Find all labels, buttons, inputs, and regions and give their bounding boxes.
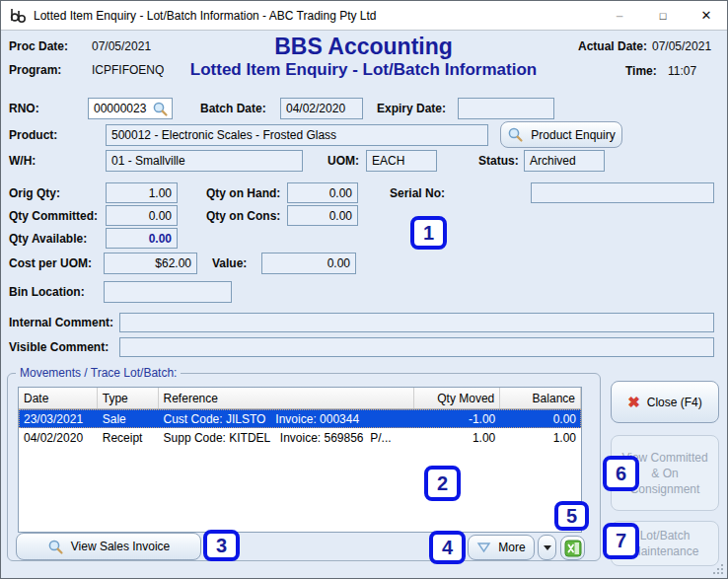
search-icon <box>507 126 524 143</box>
resize-grip[interactable] <box>712 563 724 575</box>
time-value: 11:07 <box>668 64 696 78</box>
internal-comment-label: Internal Comment: <box>9 316 113 329</box>
bin-location-field <box>104 281 232 303</box>
qty-on-cons-label: Qty on Cons: <box>206 209 280 223</box>
qty-on-cons-value: 0.00 <box>329 209 352 223</box>
product-enquiry-button[interactable]: Product Enquiry <box>500 121 622 148</box>
col-header-balance[interactable]: Balance <box>500 388 581 408</box>
status-value: Archived <box>530 154 576 168</box>
maximize-icon[interactable]: □ <box>642 1 684 30</box>
title-bar: Lotted Item Enquiry - Lot/Batch Informat… <box>1 1 727 31</box>
batch-date-field: 04/02/2020 <box>280 98 363 119</box>
actual-date-label: Actual Date: <box>578 39 647 53</box>
cost-per-uom-label: Cost per UOM: <box>9 256 92 270</box>
rno-input[interactable]: 00000023 <box>88 98 173 119</box>
value-field: 0.00 <box>261 253 356 274</box>
row-reference: Supp Code: KITDEL Invoice: 569856 P/... <box>159 428 414 447</box>
row-balance: 0.00 <box>500 409 581 428</box>
excel-icon <box>564 540 582 557</box>
view-sales-invoice-label: View Sales Invoice <box>71 540 171 553</box>
serial-no-field <box>531 182 714 203</box>
app-window: Lotted Item Enquiry - Lot/Batch Informat… <box>0 0 728 579</box>
row-date: 04/02/2020 <box>19 428 98 447</box>
wh-field: 01 - Smallville <box>106 150 303 172</box>
qty-on-hand-label: Qty on Hand: <box>206 186 280 200</box>
visible-comment-field <box>119 337 714 357</box>
wh-value: 01 - Smallville <box>111 154 185 168</box>
qty-on-hand-value: 0.00 <box>329 186 352 200</box>
table-row[interactable]: 04/02/2020 Receipt Supp Code: KITDEL Inv… <box>19 428 581 447</box>
row-qty-moved: 1.00 <box>414 428 501 447</box>
time-label: Time: <box>625 64 657 78</box>
orig-qty-label: Orig Qty: <box>9 186 60 200</box>
close-button[interactable]: ✖ Close (F4) <box>611 381 719 423</box>
col-header-type[interactable]: Type <box>98 388 159 408</box>
cost-per-uom-value: $62.00 <box>155 256 191 270</box>
table-row[interactable]: 23/03/2021 Sale Cust Code: JILSTO Invoic… <box>19 409 581 428</box>
movements-group-label: Movements / Trace Lot/Batch: <box>16 366 181 380</box>
qty-committed-field: 0.00 <box>106 205 178 226</box>
close-window-icon[interactable]: ✕ <box>686 1 727 30</box>
status-label: Status: <box>478 154 519 168</box>
filter-down-icon <box>476 542 491 553</box>
more-label: More <box>498 541 525 554</box>
value-label: Value: <box>212 256 247 270</box>
rno-search-icon[interactable] <box>152 101 169 117</box>
more-button[interactable]: More <box>468 535 535 560</box>
qty-on-cons-field: 0.00 <box>287 205 358 226</box>
qty-on-hand-field: 0.00 <box>287 182 358 203</box>
product-label: Product: <box>9 128 57 142</box>
annotation-1: 1 <box>410 216 447 250</box>
uom-field: EACH <box>366 150 437 172</box>
proc-date-label: Proc Date: <box>9 39 68 53</box>
internal-comment-field <box>119 313 714 332</box>
product-value: 500012 - Electronic Scales - Frosted Gla… <box>111 128 336 142</box>
annotation-3: 3 <box>203 530 240 561</box>
row-type: Sale <box>98 409 159 428</box>
orig-qty-value: 1.00 <box>149 186 172 200</box>
row-reference: Cust Code: JILSTO Invoice: 000344 <box>159 409 414 428</box>
serial-no-label: Serial No: <box>390 186 445 200</box>
app-title: BBS Accounting <box>95 34 632 60</box>
bin-location-label: Bin Location: <box>9 285 85 299</box>
col-header-date[interactable]: Date <box>19 388 98 408</box>
actual-date-value: 07/05/2021 <box>652 39 711 53</box>
movements-group: Movements / Trace Lot/Batch: Date Type R… <box>7 373 601 561</box>
orig-qty-field: 1.00 <box>106 182 178 203</box>
annotation-5: 5 <box>554 501 589 531</box>
qty-committed-value: 0.00 <box>149 209 172 223</box>
program-label: Program: <box>9 63 61 77</box>
status-field: Archived <box>524 150 605 172</box>
value-value: 0.00 <box>328 256 350 270</box>
uom-label: UOM: <box>328 154 359 168</box>
batch-date-value: 04/02/2020 <box>286 102 345 115</box>
qty-available-field: 0.00 <box>106 228 178 249</box>
product-enquiry-label: Product Enquiry <box>531 128 615 142</box>
search-icon <box>47 539 64 555</box>
annotation-2: 2 <box>424 466 461 501</box>
app-logo-icon <box>9 7 27 25</box>
product-field: 500012 - Electronic Scales - Frosted Gla… <box>106 124 488 146</box>
visible-comment-label: Visible Comment: <box>9 340 109 354</box>
minimize-icon[interactable]: – <box>599 1 640 30</box>
qty-available-value: 0.00 <box>149 232 172 246</box>
qty-available-label: Qty Available: <box>9 232 87 246</box>
close-button-label: Close (F4) <box>647 396 702 409</box>
view-sales-invoice-button[interactable]: View Sales Invoice <box>16 533 201 560</box>
movements-table-header: Date Type Reference Qty Moved Balance <box>19 388 581 409</box>
qty-committed-label: Qty Committed: <box>9 209 98 223</box>
col-header-reference[interactable]: Reference <box>159 388 414 408</box>
wh-label: W/H: <box>9 154 36 168</box>
rno-value: 00000023 <box>94 102 146 115</box>
annotation-7: 7 <box>603 523 639 559</box>
movements-table[interactable]: Date Type Reference Qty Moved Balance 23… <box>18 387 582 533</box>
batch-date-label: Batch Date: <box>200 102 266 115</box>
chevron-down-icon <box>544 545 551 550</box>
more-dropdown-button[interactable] <box>538 535 556 560</box>
row-type: Receipt <box>98 428 159 447</box>
close-x-icon: ✖ <box>627 394 640 411</box>
export-excel-button[interactable] <box>560 536 585 560</box>
expiry-date-field <box>458 98 554 119</box>
expiry-date-label: Expiry Date: <box>377 102 446 115</box>
col-header-qty-moved[interactable]: Qty Moved <box>414 388 501 408</box>
